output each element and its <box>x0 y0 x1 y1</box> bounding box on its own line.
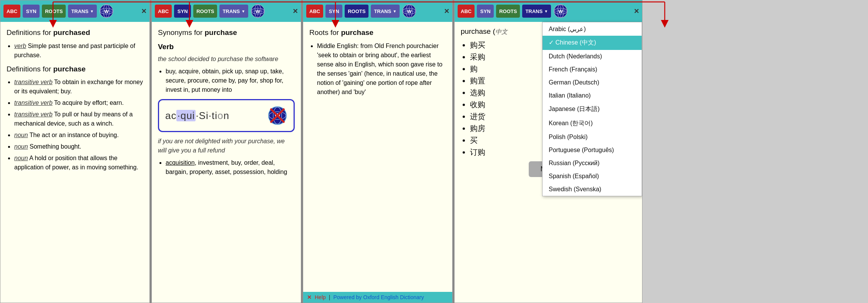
close-button-3[interactable]: × <box>444 6 449 16</box>
abc-button-1[interactable]: ABC <box>3 5 20 18</box>
world-icon-3[interactable]: W <box>402 4 417 18</box>
synonyms-content: Synonyms for purchase Verb the school de… <box>152 22 301 303</box>
toolbar-3: ABC SYN ROOTS TRANS ▼ W × <box>303 0 452 22</box>
synonyms-panel: ABC SYN ROOTS TRANS ▼ W × Synonyms for p… <box>151 0 301 303</box>
trans-button-2[interactable]: TRANS ▼ <box>219 5 248 18</box>
roots-footer: ✕ Help | Powered by Oxford English Dicti… <box>303 292 452 303</box>
lang-italian[interactable]: Italian (Italiano) <box>543 89 642 102</box>
w-logo: W <box>267 106 287 126</box>
toolbar-2: ABC SYN ROOTS TRANS ▼ W × <box>152 0 301 22</box>
example-sentence-2: if you are not delighted with your purch… <box>158 137 295 155</box>
lang-chinese[interactable]: Chinese (中文) <box>543 36 642 50</box>
svg-text:W: W <box>256 8 261 14</box>
toolbar-1: ABC SYN ROOTS TRANS ▼ W × <box>0 0 149 22</box>
list-item: Middle English: from Old French pourchac… <box>317 41 446 97</box>
abc-button-2[interactable]: ABC <box>155 5 172 18</box>
syn-button-4[interactable]: SYN <box>477 5 494 18</box>
word-syllables: ac·qui·Si·tion <box>165 108 229 123</box>
chevron-down-icon-4: ▼ <box>544 9 548 13</box>
panels-container: ABC SYN ROOTS TRANS ▼ W × Definitions fo… <box>0 0 868 303</box>
abc-button-3[interactable]: ABC <box>306 5 323 18</box>
lang-arabic[interactable]: Arabic (عربي) <box>543 22 642 36</box>
list-item: transitive verb To pull or haul by means… <box>14 110 143 128</box>
roots-button-4[interactable]: ROOTS <box>496 5 520 18</box>
roots-heading: Roots for purchase <box>309 27 446 38</box>
lang-polish[interactable]: Polish (Polski) <box>543 131 642 144</box>
translation-panel: ABC SYN ROOTS TRANS ▼ W × Arabic (عربي) … <box>454 0 642 303</box>
list-item: noun Something bought. <box>14 142 143 151</box>
roots-button-2[interactable]: ROOTS <box>193 5 217 18</box>
definitions-content: Definitions for purchased verb Simple pa… <box>0 22 149 303</box>
verb-heading: Verb <box>158 41 295 53</box>
definitions-heading-1: Definitions for purchased <box>7 27 143 38</box>
lang-dutch[interactable]: Dutch (Nederlands) <box>543 50 642 63</box>
chevron-down-icon: ▼ <box>90 9 94 13</box>
syn-button-1[interactable]: SYN <box>23 5 40 18</box>
chevron-down-icon-2: ▼ <box>241 9 245 13</box>
trans-button-4[interactable]: TRANS ▼ <box>522 5 551 18</box>
oxford-link[interactable]: Powered by Oxford English Dictionary <box>333 294 424 300</box>
roots-content: Roots for purchase Middle English: from … <box>303 22 452 292</box>
language-dropdown: Arabic (عربي) Chinese (中文) Dutch (Nederl… <box>542 22 642 196</box>
word-display-box: ac·qui·Si·tion W <box>158 99 295 132</box>
synonyms-list-2: acquisition, investment, buy, order, dea… <box>166 158 295 177</box>
list-item: noun The act or an instance of buying. <box>14 131 143 140</box>
lang-japanese[interactable]: Japanese (日本語) <box>543 102 642 116</box>
lang-russian[interactable]: Russian (Русский) <box>543 157 642 170</box>
list-item: buy, acquire, obtain, pick up, snap up, … <box>166 67 295 94</box>
trans-button-1[interactable]: TRANS ▼ <box>68 5 97 18</box>
roots-button-3[interactable]: ROOTS <box>345 5 368 18</box>
definitions-list-1: verb Simple past tense and past particip… <box>14 41 143 60</box>
list-item: acquisition, investment, buy, order, dea… <box>166 158 295 177</box>
synonyms-heading: Synonyms for purchase <box>158 27 295 38</box>
close-button-1[interactable]: × <box>141 6 146 16</box>
roots-button-1[interactable]: ROOTS <box>42 5 66 18</box>
chevron-down-icon-3: ▼ <box>393 9 397 13</box>
world-icon-1[interactable]: W <box>99 4 114 18</box>
roots-list: Middle English: from Old French pourchac… <box>317 41 446 97</box>
definitions-panel: ABC SYN ROOTS TRANS ▼ W × Definitions fo… <box>0 0 150 303</box>
list-item: verb Simple past tense and past particip… <box>14 41 143 60</box>
list-item: transitive verb To acquire by effort; ea… <box>14 98 143 108</box>
syn-button-3[interactable]: SYN <box>325 5 342 18</box>
abc-button-4[interactable]: ABC <box>458 5 475 18</box>
lang-korean[interactable]: Korean (한국어) <box>543 116 642 131</box>
help-link[interactable]: Help <box>315 294 326 300</box>
syn-button-2[interactable]: SYN <box>174 5 191 18</box>
world-icon-2[interactable]: W <box>251 4 265 18</box>
roots-panel: ABC SYN ROOTS TRANS ▼ W × Roots for purc… <box>303 0 453 303</box>
close-button-2[interactable]: × <box>293 6 298 16</box>
svg-text:W: W <box>104 8 109 14</box>
lang-spanish[interactable]: Spanish (Español) <box>543 170 642 183</box>
close-button-4[interactable]: × <box>634 6 639 16</box>
footer-separator: | <box>329 294 330 300</box>
list-item: noun A hold or position that allows the … <box>14 154 143 172</box>
svg-text:W: W <box>558 8 563 14</box>
synonyms-list-1: buy, acquire, obtain, pick up, snap up, … <box>166 67 295 94</box>
trans-button-3[interactable]: TRANS ▼ <box>371 5 400 18</box>
list-item: transitive verb To obtain in exchange fo… <box>14 78 143 96</box>
definitions-heading-2: Definitions for purchase <box>7 64 143 75</box>
help-x-icon: ✕ <box>307 294 312 300</box>
svg-text:W: W <box>407 8 412 14</box>
lang-german[interactable]: German (Deutsch) <box>543 76 642 89</box>
lang-portuguese[interactable]: Portuguese (Português) <box>543 144 642 157</box>
lang-swedish[interactable]: Swedish (Svenska) <box>543 183 642 196</box>
example-sentence-1: the school decided to purchase the softw… <box>158 55 295 64</box>
definitions-list-2: transitive verb To obtain in exchange fo… <box>14 78 143 172</box>
toolbar-4: ABC SYN ROOTS TRANS ▼ W × <box>455 0 642 22</box>
world-icon-4[interactable]: W <box>553 4 568 18</box>
lang-french[interactable]: French (Français) <box>543 63 642 76</box>
